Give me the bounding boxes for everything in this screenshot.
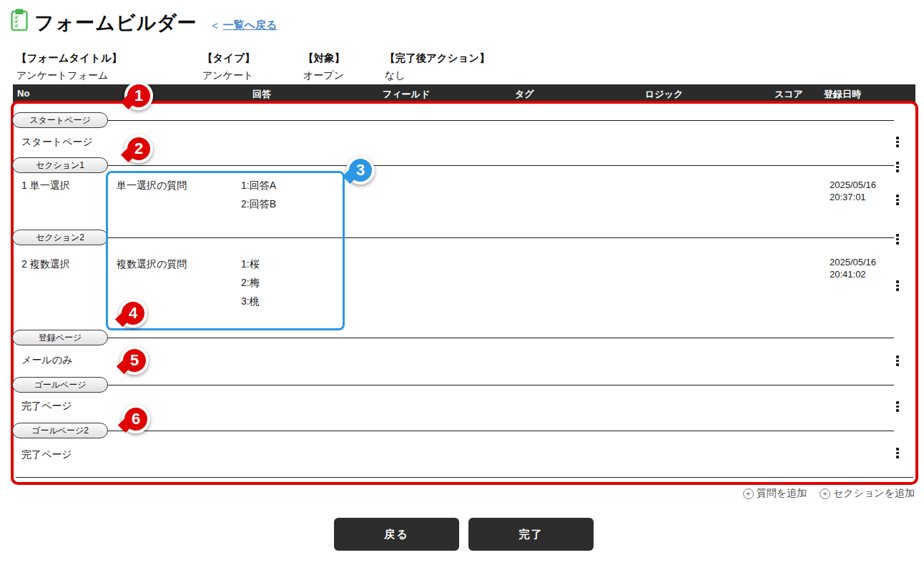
pill-start-page: スタートページ [12,112,108,128]
row-menu-icon[interactable] [896,448,899,458]
row-menu-icon[interactable] [896,355,899,366]
row-menu-icon[interactable] [896,280,899,291]
row-menu-icon[interactable] [896,137,899,147]
section-divider [107,338,894,338]
answer-option: 3:桃 [241,295,260,308]
meta-after-action: 【完了後アクション】 なし [385,51,490,82]
row-label: 2 複数選択 [21,258,70,271]
page-title: フォームビルダー [34,10,197,36]
section-divider [107,431,894,431]
answer-option: 2:梅 [241,277,260,290]
callout-badge-2: 2 [124,134,153,163]
registered-datetime: 2025/05/16 20:37:01 [830,179,876,203]
section-divider [107,120,894,121]
row-label: 1 単一選択 [21,180,70,192]
callout-badge-3: 3 [346,156,375,185]
row-label: メールのみ [21,354,72,367]
add-question-link[interactable]: + 質問を追加 [743,487,807,500]
section-divider [107,237,894,238]
section-divider [107,385,894,385]
back-link-label: 一覧へ戻る [223,19,277,32]
answer-option: 2:回答B [241,198,276,211]
section-divider [107,165,894,166]
row-menu-icon[interactable] [896,195,899,205]
date: 2025/05/16 [830,179,876,191]
add-section-link[interactable]: + セクションを追加 [820,487,915,500]
plus-circle-icon: + [820,488,830,499]
row-menu-icon[interactable] [896,234,899,245]
meta-value: オープン [303,69,345,82]
col-answer: 回答 [252,88,271,101]
clipboard-icon [7,8,31,35]
pill-entry-page: 登録ページ [12,330,108,345]
date: 2025/05/16 [830,256,876,268]
row-label: スタートページ [21,136,93,149]
chevron-left-icon: < [212,19,218,31]
col-tag: タグ [515,88,534,101]
form-builder-screen: フォームビルダー < 一覧へ戻る 【フォームタイトル】 アンケートフォーム 【タ… [0,0,924,570]
meta-label: 【完了後アクション】 [385,51,490,65]
meta-form-title: 【フォームタイトル】 アンケートフォーム [16,51,122,82]
meta-value: アンケートフォーム [16,69,122,82]
row-label: 完了ページ [21,400,72,413]
add-section-label: セクションを追加 [833,487,915,500]
meta-value: なし [385,69,490,82]
done-button[interactable]: 完了 [468,518,594,551]
meta-value: アンケート [202,69,255,82]
meta-type: 【タイプ】 アンケート [202,51,255,82]
back-button[interactable]: 戻る [334,518,459,551]
callout-badge-6: 6 [122,405,150,433]
col-no: No [17,88,29,99]
plus-circle-icon: + [743,488,754,499]
time: 20:41:02 [830,268,876,280]
back-to-list-link[interactable]: < 一覧へ戻る [212,19,277,32]
callout-badge-5: 5 [120,346,149,375]
callout-badge-1: 1 [124,82,153,110]
time: 20:37:01 [830,191,876,203]
col-field: フィールド [383,88,430,101]
question-field: 複数選択の質問 [117,258,187,271]
meta-label: 【フォームタイトル】 [16,51,122,65]
pill-goal-page: ゴールページ [12,377,108,393]
meta-label: 【対象】 [303,51,345,65]
pill-section-1: セクション1 [12,157,108,173]
row-menu-icon[interactable] [896,401,899,412]
question-field: 単一選択の質問 [117,180,187,192]
answer-option: 1:桜 [241,258,260,271]
col-datetime: 登録日時 [824,88,861,101]
meta-target: 【対象】 オープン [303,51,345,82]
answer-option: 1:回答A [241,180,276,192]
col-logic: ロジック [645,88,683,101]
add-question-label: 質問を追加 [757,487,807,500]
registered-datetime: 2025/05/16 20:41:02 [830,256,876,280]
pill-section-2: セクション2 [12,230,108,245]
row-menu-icon[interactable] [896,162,899,172]
callout-badge-4: 4 [119,299,147,328]
section-divider [16,477,913,478]
row-label: 完了ページ [21,448,72,461]
pill-goal-page-2: ゴールページ2 [12,423,108,438]
col-score: スコア [775,88,803,101]
meta-label: 【タイプ】 [202,51,255,65]
add-strip: + 質問を追加 + セクションを追加 [743,487,915,500]
